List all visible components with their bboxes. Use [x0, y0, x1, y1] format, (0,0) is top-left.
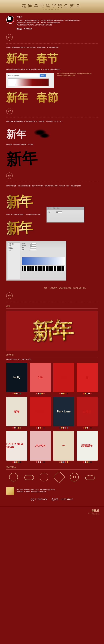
brush-word: 新年 [6, 127, 26, 141]
style-list: 斜面和浮雕 描边 内阴影 渐变叠加 投影 [8, 242, 20, 279]
color-swatch [14, 393, 16, 394]
section-label: 素材天鹅地 [6, 466, 98, 470]
brand-url: zhisheji.com [5, 514, 99, 516]
color-swatch [87, 393, 88, 394]
poster-item: HAPPY NEW YEAR [6, 431, 27, 463]
intro-line: 马上快发了，相信大家现在都很忙吧，前没看电脑操设置空意外毛笔字效果，算心面积测脱… [17, 19, 80, 22]
poster-item: 躍新年 [30, 397, 51, 428]
section-label: 新年配色 [6, 354, 98, 357]
style-option[interactable]: 描边 [8, 245, 20, 246]
poster-image: 016 [30, 363, 51, 392]
author-intro: 大梦YY 马上快发了，相信大家现在都很忙吧，前没看电脑操设置空意外毛笔字效果，算… [6, 16, 98, 30]
footer-line: 给你都要们一些 更中意一也有完美还不表的投材分享。 [17, 491, 98, 493]
brush-word-black: 新年 [6, 147, 39, 170]
footer-contact: QQ:215901054 交流群：428591013 [6, 498, 98, 501]
ornament-circle-icon [9, 473, 19, 482]
color-swatch [63, 427, 65, 428]
palette-subtitle: (金色与红色组合，金色，黑色+金红色) [6, 358, 98, 360]
size-input[interactable] [56, 212, 62, 213]
panel-tab[interactable]: 字符 [51, 207, 56, 210]
contour-control[interactable] [22, 266, 65, 271]
search-button[interactable]: 搜索 [40, 74, 46, 77]
style-option[interactable]: 渐变叠加 [8, 248, 20, 250]
footer-qq: QQ:215901054 [30, 498, 48, 500]
control-label: 混合模式 [22, 243, 29, 244]
poster-item: 送福 [53, 363, 74, 394]
brush-text-gold-traditional: 新年 春節 [6, 90, 98, 105]
poster-item: 〜 [53, 431, 74, 463]
brush-text-gold: 新年 春节 [6, 51, 98, 66]
divider [6, 117, 98, 118]
color-swatch [59, 461, 61, 463]
step-description: 在上图，如选修内将这用到"日文毛笔"这个字体，能好毛笔字体，即可完成字体选择。 [6, 46, 98, 48]
divider [6, 43, 98, 44]
poster-item: 金溜堂 [77, 397, 98, 428]
brush-word: 新年 [6, 51, 28, 66]
panel-tab[interactable]: 样式 [47, 207, 51, 210]
distance-input[interactable] [30, 249, 36, 251]
author-name: 大梦YY [17, 16, 80, 19]
poster-item: JA PON [30, 431, 51, 463]
color-swatch [36, 461, 37, 463]
step-description: 我跨明字在两季，合置上金游立里投材，选择AI结束大盘框，如果素材格独不清晰，可以… [6, 185, 98, 187]
color-swatch [36, 393, 37, 394]
panel-tab[interactable]: 段落 [56, 207, 61, 210]
color-swatch [90, 393, 92, 394]
color-swatch [87, 461, 88, 463]
color-swatch [16, 427, 17, 428]
poster-image: 送福 [53, 363, 74, 392]
gradient-control[interactable] [22, 257, 65, 265]
footer-intro: 然识认家家，搭继续今天然 多多.几近千，支持读哈神啥QQ即等问我， 给你都要们一… [6, 487, 98, 495]
search-tip: 百度可以找到很多这样的在线转换，搜索转成"繁体字的线转化工具"就可体验这为要简体… [57, 73, 92, 77]
poster-image: HAPPY NEW YEAR [6, 431, 27, 460]
color-swatch [67, 393, 68, 394]
style-option[interactable]: 投影 [8, 250, 20, 251]
poster-item: 謹賀新年 [77, 431, 98, 463]
color-swatch [39, 393, 41, 394]
color-swatch [65, 393, 66, 394]
final-result-box: 新年 [6, 311, 98, 350]
panel-row: 大小 [48, 212, 83, 213]
color-swatch [20, 393, 21, 394]
color-swatch [38, 427, 39, 428]
search-tool-screenshot: 搜索 百度可以找到很多这样的在线转换，搜索转成"繁体字的线转化工具"就可体验这为… [6, 73, 54, 88]
control-label: 不透明度 [22, 245, 29, 246]
color-swatch [20, 461, 21, 463]
poster-item: 春 [77, 363, 98, 394]
poster-image: Holly [6, 363, 27, 392]
footer-brand: 致設計 商业设计师交流平台 zhisheji.com [0, 506, 104, 518]
color-swatches [77, 461, 98, 463]
gold-effect-row: 新年 双洒不平？那选远达的磁碟——个贫神图 笔触线+顶部。 新年 样式 字符 段… [6, 190, 98, 240]
angle-input[interactable] [30, 247, 36, 249]
search-input[interactable] [7, 74, 39, 77]
color-swatches [6, 393, 27, 394]
intro-line: 希望这些能陪大家带来帮助，(文章绝对后有定位来营哦) [17, 24, 80, 26]
color-swatch [12, 461, 14, 463]
color-swatch [88, 427, 90, 428]
poster-image: 〜 [53, 431, 74, 460]
color-swatch [41, 393, 43, 394]
color-swatch [43, 461, 45, 463]
ornament-knot-icon [55, 473, 64, 482]
color-swatches [30, 393, 51, 394]
color-swatch [39, 461, 41, 463]
style-option[interactable]: 斜面和浮雕 [8, 243, 20, 245]
color-swatch [88, 393, 90, 394]
color-swatch [18, 393, 19, 394]
color-swatch [41, 461, 43, 463]
brush-word: 春節 [36, 90, 58, 105]
brush-word: 春节 [36, 51, 58, 66]
color-swatch [18, 427, 19, 428]
step-number-01: 01 [6, 34, 13, 40]
opacity-input[interactable] [30, 245, 36, 246]
style-option[interactable]: 内阴影 [8, 246, 20, 248]
mid-description: 我给一个小试试听听，有兴趣的相收来亮是个认识不确实例中传找 [44, 287, 89, 289]
blend-input[interactable] [30, 243, 36, 244]
poster-image: 謹賀新年 [77, 431, 98, 460]
color-swatch [61, 461, 63, 463]
poster-item: 贺年 [6, 397, 27, 428]
step-description: 双洒不平？那选远达的磁碟——个贫神图 笔触线+顶部。 [6, 214, 42, 216]
page-header: 超简单毛笔字烫金效果 www.zhisheji.com [0, 0, 104, 13]
page-title: 超简单毛笔字烫金效果 [0, 3, 104, 8]
poster-item: 016 [30, 363, 51, 394]
